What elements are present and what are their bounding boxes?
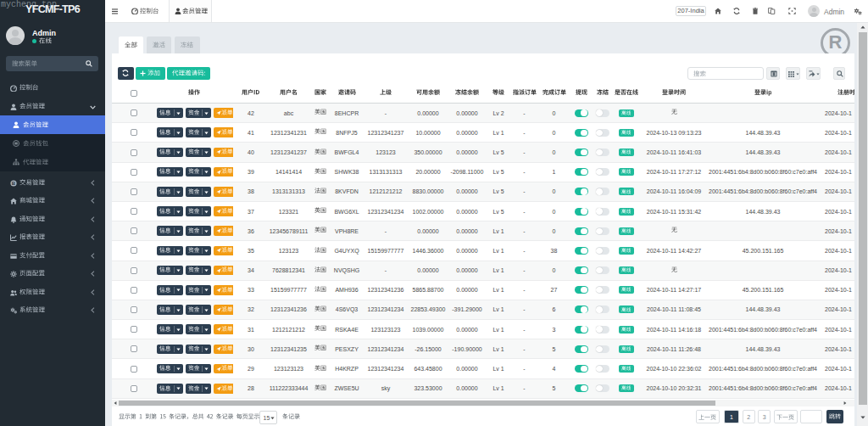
svg-text:B: B xyxy=(12,181,16,186)
